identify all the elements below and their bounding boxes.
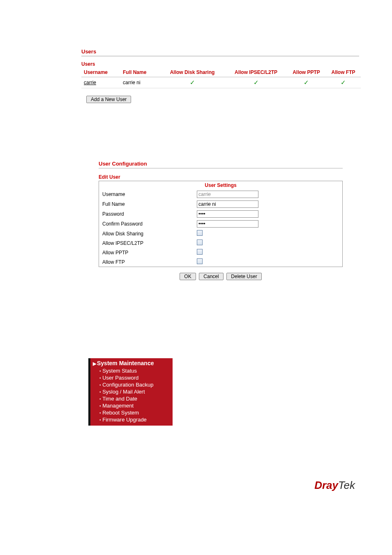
sidebar-item-reboot-system[interactable]: Reboot System [99,409,173,416]
sidebar-item-system-status[interactable]: System Status [99,367,173,374]
users-title: Users [81,48,359,56]
sidebar-item-configuration-backup[interactable]: Configuration Backup [99,381,173,388]
sidebar-item-syslog-mail-alert[interactable]: Syslog / Mail Alert [99,388,173,395]
sidebar-system-maintenance: ▶System Maintenance System Status User P… [88,358,173,426]
confirm-password-label: Confirm Password [102,221,197,227]
cancel-button[interactable]: Cancel [199,273,223,280]
check-icon: ✓ [254,79,259,86]
sidebar-header[interactable]: ▶System Maintenance [90,359,173,367]
draytek-logo: DrayTek [314,479,355,491]
arrow-icon: ▶ [93,361,96,366]
sidebar-item-user-password[interactable]: User Password [99,374,173,381]
col-pptp: Allow PPTP [287,68,326,77]
sidebar-item-management[interactable]: Management [99,402,173,409]
add-user-button[interactable]: Add a New User [86,96,131,103]
username-label: Username [102,191,197,197]
user-settings-caption: User Settings [99,181,342,189]
edit-user-label: Edit User [99,174,343,180]
allow-ipsec-checkbox[interactable] [197,240,203,245]
cell-fullname: carrie ni [120,77,159,88]
delete-user-button[interactable]: Delete User [226,273,261,280]
sidebar-header-label: System Maintenance [97,360,154,366]
password-input[interactable] [197,210,258,218]
col-fullname: Full Name [120,68,159,77]
fullname-label: Full Name [102,201,197,207]
allow-disk-checkbox[interactable] [197,230,203,236]
sidebar-item-firmware-upgrade[interactable]: Firmware Upgrade [99,416,173,423]
sidebar-item-time-and-date[interactable]: Time and Date [99,395,173,402]
users-table-label: Users [81,61,359,67]
allow-disk-label: Allow Disk Sharing [102,231,197,237]
check-icon: ✓ [341,79,346,86]
table-row: carrie carrie ni ✓ ✓ ✓ ✓ [81,77,361,88]
confirm-password-input[interactable] [197,220,258,228]
allow-ftp-checkbox[interactable] [197,258,203,264]
password-label: Password [102,211,197,217]
check-icon: ✓ [190,79,195,86]
users-table: Username Full Name Allow Disk Sharing Al… [81,68,361,88]
col-ftp: Allow FTP [326,68,361,77]
username-input [197,191,258,198]
logo-part1: Dray [314,479,338,491]
user-settings-box: User Settings Username Full Name Passwor… [99,181,343,267]
username-link[interactable]: carrie [84,80,96,85]
allow-pptp-checkbox[interactable] [197,249,203,255]
col-disk: Allow Disk Sharing [159,68,225,77]
allow-ftp-label: Allow FTP [102,259,197,265]
user-config-title: User Configuration [99,161,343,168]
allow-pptp-label: Allow PPTP [102,250,197,256]
allow-ipsec-label: Allow IPSEC/L2TP [102,240,197,246]
ok-button[interactable]: OK [180,273,196,280]
check-icon: ✓ [304,79,309,86]
col-ipsec: Allow IPSEC/L2TP [225,68,287,77]
logo-part2: Tek [338,479,355,491]
fullname-input[interactable] [197,200,258,208]
col-username: Username [81,68,120,77]
